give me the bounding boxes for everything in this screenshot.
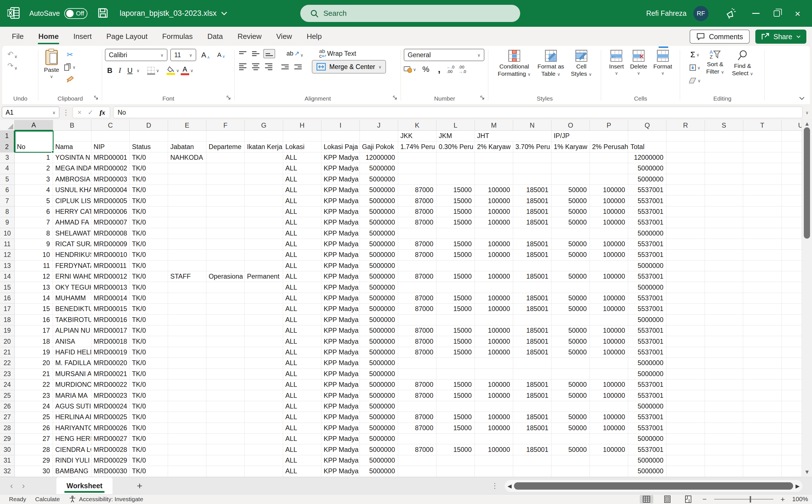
cell-jkk[interactable] bbox=[398, 261, 436, 271]
cell[interactable] bbox=[743, 379, 782, 390]
cell-gaji-pokok[interactable]: 5000000 bbox=[360, 466, 398, 477]
cell-nip[interactable]: MRD00012 bbox=[91, 271, 130, 282]
cell-ip-perusahaan[interactable] bbox=[590, 358, 628, 368]
cell-jkm[interactable] bbox=[436, 152, 475, 163]
tab-help[interactable]: Help bbox=[300, 27, 329, 46]
cell-jkk[interactable]: 87000 bbox=[398, 239, 436, 250]
cell-status[interactable]: TK/0 bbox=[130, 174, 168, 185]
normal-view-icon[interactable] bbox=[640, 495, 653, 503]
cell[interactable]: NIP bbox=[91, 141, 130, 152]
cell-nama[interactable]: ANISA bbox=[53, 336, 91, 347]
cell-jht-perusahaan[interactable]: 185001 bbox=[513, 293, 551, 304]
cell-jht-karyawan[interactable]: 100000 bbox=[475, 250, 513, 260]
vertical-scrollbar[interactable]: ▲ ▼ bbox=[802, 119, 812, 477]
cell-jht-perusahaan[interactable]: 185001 bbox=[513, 379, 551, 390]
cell-jkk[interactable]: 87000 bbox=[398, 336, 436, 347]
cell[interactable] bbox=[743, 444, 782, 455]
cell[interactable] bbox=[705, 423, 743, 434]
top-align-icon[interactable] bbox=[238, 50, 248, 58]
cell-total[interactable]: 5000000 bbox=[628, 315, 667, 325]
cell-status[interactable]: TK/0 bbox=[130, 261, 168, 271]
cell[interactable] bbox=[667, 163, 705, 174]
cell[interactable] bbox=[705, 325, 743, 336]
cell[interactable] bbox=[705, 379, 743, 390]
cell-jht-karyawan[interactable] bbox=[475, 152, 513, 163]
cell-departemen[interactable] bbox=[207, 379, 245, 390]
cell-departemen[interactable] bbox=[207, 163, 245, 174]
row-header[interactable]: 28 bbox=[0, 423, 15, 434]
cell-lokasi-pajak[interactable]: KPP Madya bbox=[321, 379, 360, 390]
cell-lokasi-pajak[interactable]: KPP Madya bbox=[321, 434, 360, 444]
row-header[interactable]: 11 bbox=[0, 239, 15, 250]
cell-jkm[interactable] bbox=[436, 455, 475, 466]
cell-jabatan[interactable] bbox=[168, 379, 207, 390]
cell-jkm[interactable]: 15000 bbox=[436, 423, 475, 434]
cell-nip[interactable]: MRD00015 bbox=[91, 304, 130, 314]
cell-nama[interactable]: OKY TEGUH bbox=[53, 282, 91, 293]
cell-jabatan[interactable] bbox=[168, 423, 207, 434]
cell-lokasi[interactable]: ALL bbox=[283, 250, 321, 260]
column-header[interactable]: I bbox=[321, 120, 360, 131]
cell[interactable] bbox=[782, 401, 802, 412]
cell-gaji-pokok[interactable]: 5000000 bbox=[360, 358, 398, 368]
cell-gaji-pokok[interactable]: 5000000 bbox=[360, 325, 398, 336]
cell-nama[interactable]: RINDI YULI bbox=[53, 455, 91, 466]
cell-jabatan[interactable] bbox=[168, 293, 207, 304]
row-header[interactable]: 14 bbox=[0, 271, 15, 282]
cell[interactable] bbox=[667, 390, 705, 401]
cell-ip-karyawan[interactable]: 50000 bbox=[551, 444, 590, 455]
cell-o1[interactable]: IP/JP bbox=[551, 131, 628, 141]
cell-ikatan-kerja[interactable] bbox=[245, 347, 283, 358]
cell[interactable]: Lokasi Paja bbox=[321, 141, 360, 152]
row-header[interactable]: 31 bbox=[0, 455, 15, 466]
clipboard-dialog-launcher[interactable] bbox=[94, 95, 99, 102]
column-header[interactable]: P bbox=[590, 120, 628, 131]
cell[interactable]: Status bbox=[130, 141, 168, 152]
cell-gaji-pokok[interactable]: 5000000 bbox=[360, 163, 398, 174]
autosave-control[interactable]: AutoSave Off bbox=[29, 8, 87, 19]
cell-status[interactable]: TK/0 bbox=[130, 217, 168, 228]
cell-a2[interactable]: No bbox=[15, 141, 53, 152]
cell-jht-karyawan[interactable] bbox=[475, 466, 513, 477]
cell[interactable] bbox=[782, 141, 802, 152]
decrease-decimal-icon[interactable]: .00→.0 bbox=[458, 65, 466, 74]
cell-total[interactable]: 5537001 bbox=[628, 207, 667, 217]
tab-view[interactable]: View bbox=[269, 27, 300, 46]
cell[interactable] bbox=[743, 282, 782, 293]
cell-gaji-pokok[interactable]: 5000000 bbox=[360, 228, 398, 239]
cell-total[interactable]: 5000000 bbox=[628, 174, 667, 185]
font-dialog-launcher[interactable] bbox=[226, 95, 231, 102]
cell-total[interactable]: 5537001 bbox=[628, 336, 667, 347]
cell-no[interactable]: 4 bbox=[15, 185, 53, 196]
cell-nama[interactable]: HENDRIKUS bbox=[53, 250, 91, 260]
cell-ip-perusahaan[interactable] bbox=[590, 455, 628, 466]
cell-jht-perusahaan[interactable] bbox=[513, 152, 551, 163]
cell-ikatan-kerja[interactable] bbox=[245, 293, 283, 304]
cell-jabatan[interactable]: STAFF bbox=[168, 271, 207, 282]
cell-ip-perusahaan[interactable] bbox=[590, 174, 628, 185]
cell-nama[interactable]: HARIYANTO bbox=[53, 423, 91, 434]
cell-gaji-pokok[interactable]: 5000000 bbox=[360, 261, 398, 271]
cell[interactable] bbox=[705, 174, 743, 185]
cell-departemen[interactable] bbox=[207, 207, 245, 217]
cell-lokasi[interactable]: ALL bbox=[283, 358, 321, 368]
cell-no[interactable]: 16 bbox=[15, 315, 53, 325]
cell-no[interactable]: 5 bbox=[15, 196, 53, 206]
cell-lokasi[interactable]: ALL bbox=[283, 379, 321, 390]
cell-jkk[interactable]: 87000 bbox=[398, 379, 436, 390]
cell-nama[interactable]: AHMAD FA bbox=[53, 217, 91, 228]
cell-lokasi-pajak[interactable]: KPP Madya bbox=[321, 207, 360, 217]
increase-indent-icon[interactable] bbox=[293, 63, 303, 71]
cut-icon[interactable]: ✂ bbox=[64, 49, 76, 60]
cell-ip-perusahaan[interactable] bbox=[590, 434, 628, 444]
cell-status[interactable]: TK/0 bbox=[130, 304, 168, 314]
cell[interactable] bbox=[743, 325, 782, 336]
cell[interactable] bbox=[705, 228, 743, 239]
cell-nip[interactable]: MRD00027 bbox=[91, 434, 130, 444]
cell-ikatan-kerja[interactable] bbox=[245, 325, 283, 336]
cell-ip-karyawan[interactable] bbox=[551, 401, 590, 412]
cell-ikatan-kerja[interactable] bbox=[245, 466, 283, 477]
cell-lokasi[interactable]: ALL bbox=[283, 228, 321, 239]
cell-jabatan[interactable] bbox=[168, 282, 207, 293]
cell-lokasi-pajak[interactable]: KPP Madya bbox=[321, 228, 360, 239]
